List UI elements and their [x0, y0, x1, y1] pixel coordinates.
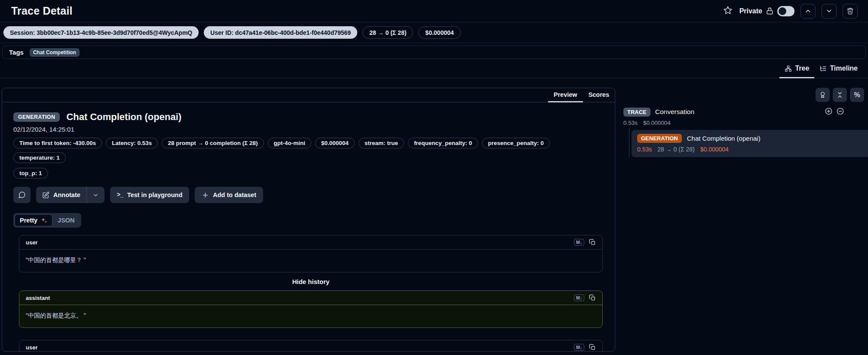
generation-node-badge: GENERATION [637, 134, 682, 143]
node-header: GENERATION Chat Completion (openai) [637, 134, 863, 143]
latency-badge: Latency: 0.53s [106, 138, 158, 148]
message-header: assistant M↓ [19, 291, 602, 305]
time-to-first-token-badge: Time to first token: -430.00s [13, 138, 102, 148]
plus-icon [202, 191, 209, 199]
scores-toggle-button[interactable] [816, 88, 830, 102]
node-latency: 0.53s [637, 146, 652, 153]
format-pretty-option[interactable]: Pretty [15, 214, 52, 226]
tags-bar[interactable]: Tags Chat Competition [2, 46, 866, 59]
message-tools: M↓ [574, 344, 596, 351]
test-in-playground-button[interactable]: >_ Test in playground [110, 187, 189, 203]
observation-header: GENERATION Chat Completion (openai) [13, 111, 604, 123]
fold-vertical-icon [836, 91, 843, 99]
presence-penalty-badge: presence_penalty: 0 [482, 138, 550, 148]
add-to-dataset-label: Add to dataset [213, 191, 256, 198]
expand-node-button[interactable] [825, 107, 833, 117]
playground-label: Test in playground [127, 191, 183, 198]
add-to-dataset-button[interactable]: Add to dataset [195, 187, 263, 203]
copy-icon[interactable] [589, 239, 596, 246]
circle-minus-icon [836, 107, 844, 115]
annotate-dropdown-button[interactable] [87, 187, 104, 203]
message-content: "中国的首都是哪里？ " [19, 250, 602, 272]
metric-badges-row-2: top_p: 1 [13, 168, 604, 179]
generation-node-row[interactable]: GENERATION Chat Completion (openai) 0.53… [632, 130, 868, 157]
stream-param-badge: stream: true [359, 138, 404, 148]
bookmark-star-button[interactable] [722, 5, 733, 17]
format-json-option[interactable]: JSON [52, 214, 80, 226]
previous-trace-button[interactable] [801, 4, 816, 19]
token-detail-badge: 28 prompt → 0 completion (Σ 28) [162, 138, 264, 148]
edit-pen-icon [42, 191, 49, 199]
tab-preview[interactable]: Preview [548, 88, 583, 102]
collapse-node-button[interactable] [836, 107, 844, 117]
message-role: user [26, 239, 37, 246]
observation-tabs: Preview Scores [2, 88, 615, 102]
chevron-up-icon [804, 7, 812, 15]
copy-icon[interactable] [589, 294, 596, 301]
messages-list: user M↓ "中国的首都是哪里？ " Hide history [19, 235, 603, 352]
frequency-penalty-badge: frequency_penalty: 0 [408, 138, 478, 148]
markdown-toggle-icon[interactable]: M↓ [574, 344, 584, 351]
annotate-label: Annotate [53, 191, 80, 198]
trace-root-row[interactable]: TRACE Conversation [623, 107, 864, 117]
tree-guide-line [629, 128, 629, 157]
tab-timeline[interactable]: Timeline [814, 60, 863, 78]
delete-trace-button[interactable] [843, 4, 858, 19]
tree-toolbar: % [623, 88, 864, 102]
copy-icon[interactable] [589, 344, 596, 351]
markdown-toggle-icon[interactable]: M↓ [574, 239, 584, 246]
trace-tree-panel: % TRACE Conversation [623, 88, 868, 157]
message-content: "中国的首都是北京。 " [19, 305, 602, 327]
chevron-down-icon [92, 192, 99, 198]
observation-title: Chat Completion (openai) [66, 111, 181, 123]
observation-body: GENERATION Chat Completion (openai) 02/1… [2, 102, 615, 352]
privacy-toggle[interactable] [777, 6, 794, 16]
temperature-badge: temperature: 1 [13, 152, 66, 163]
trace-cost: $0.000004 [643, 120, 671, 126]
generation-type-badge: GENERATION [13, 112, 60, 122]
model-badge[interactable]: gpt-4o-mini [268, 138, 312, 148]
next-trace-button[interactable] [822, 4, 837, 19]
comment-icon [18, 191, 26, 199]
view-tabs: Tree Timeline [0, 60, 868, 78]
trace-detail-page: Trace Detail Private [0, 0, 868, 355]
star-icon [723, 6, 733, 15]
tree-children: GENERATION Chat Completion (openai) 0.53… [623, 130, 864, 157]
tab-timeline-label: Timeline [830, 65, 858, 72]
message-role: assistant [26, 295, 50, 301]
tree-expand-controls [825, 107, 844, 117]
markdown-toggle-icon[interactable]: M↓ [574, 294, 584, 301]
collapse-all-button[interactable] [833, 88, 847, 102]
message-tools: M↓ [574, 294, 596, 301]
annotate-button[interactable]: Annotate [36, 187, 86, 203]
message-header: user M↓ [19, 340, 602, 352]
message-box-assistant: assistant M↓ "中国的首都是北京。 " [19, 290, 603, 328]
trace-title: Conversation [655, 108, 694, 116]
session-badge[interactable]: Session: 3bb00ec7-1b13-4c9b-85ee-3d9d70f… [3, 26, 199, 39]
user-id-badge[interactable]: User ID: dc47a41e-06bc-400d-bde1-f0e440d… [204, 26, 357, 39]
chevron-down-icon [825, 7, 833, 15]
message-box-user-1: user M↓ "中国的首都是哪里？ " [19, 235, 603, 272]
lock-icon [766, 7, 774, 15]
node-cost: $0.000004 [700, 146, 729, 153]
message-tools: M↓ [574, 239, 596, 246]
privacy-label: Private [739, 7, 762, 15]
toggle-knob [779, 7, 786, 15]
tag-chip[interactable]: Chat Competition [30, 48, 80, 57]
privacy-control: Private [739, 6, 794, 16]
top-p-badge: top_p: 1 [13, 168, 48, 179]
metrics-toggle-button[interactable]: % [850, 88, 864, 102]
message-role: user [26, 344, 37, 351]
comment-button[interactable] [13, 187, 31, 203]
actions-row: Annotate >_ Test in playground [13, 187, 604, 203]
timeline-icon [819, 65, 827, 72]
generation-node-title: Chat Completion (openai) [687, 135, 761, 142]
terminal-icon: >_ [117, 191, 123, 198]
spacer [19, 328, 603, 340]
tab-scores[interactable]: Scores [583, 88, 615, 102]
tab-tree[interactable]: Tree [779, 60, 814, 78]
tags-label: Tags [9, 49, 24, 56]
circle-plus-icon [825, 107, 833, 115]
percent-icon: % [854, 91, 860, 99]
hide-history-button[interactable]: Hide history [292, 278, 330, 285]
